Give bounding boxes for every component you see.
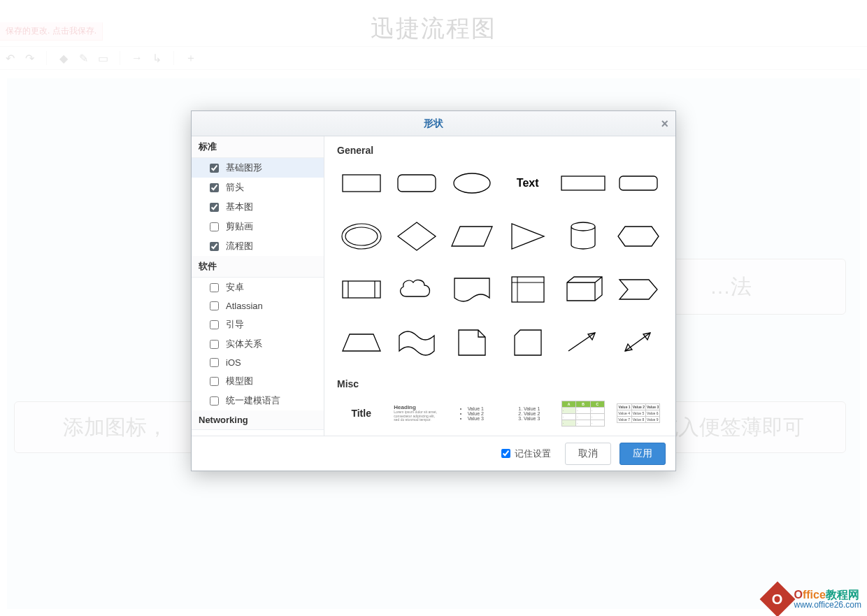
- category-checkbox[interactable]: [210, 396, 219, 406]
- remember-checkbox-input[interactable]: [501, 449, 510, 458]
- svg-marker-8: [452, 227, 492, 246]
- section-header: Networking: [192, 410, 324, 430]
- category-checkbox[interactable]: [210, 164, 219, 173]
- svg-point-2: [454, 173, 490, 193]
- shapes-dialog: 形状 × 标准基础图形箭头基本图剪贴画流程图软件安卓Atlassian引导实体关…: [191, 110, 676, 471]
- misc-bullet-list[interactable]: Value 1Value 2Value 3: [448, 396, 496, 430]
- shape-parallelogram[interactable]: [448, 216, 496, 257]
- shape-process[interactable]: [337, 269, 385, 310]
- close-icon[interactable]: ×: [661, 117, 668, 131]
- shape-tape[interactable]: [392, 322, 440, 363]
- category-label: 基本图: [226, 201, 253, 213]
- svg-rect-4: [619, 176, 657, 190]
- category-checkbox[interactable]: [210, 320, 219, 329]
- section-header: 软件: [192, 256, 324, 278]
- misc-table-plain[interactable]: Value 1Value 2Value 3Value 4Value 5Value…: [615, 396, 663, 430]
- shape-cylinder[interactable]: [559, 216, 607, 257]
- shape-document[interactable]: [448, 269, 496, 310]
- shape-card[interactable]: [503, 322, 552, 363]
- shape-double-ellipse[interactable]: [337, 216, 385, 257]
- cancel-button[interactable]: 取消: [565, 443, 611, 465]
- shapes-dialog-wrap: 形状 × 标准基础图形箭头基本图剪贴画流程图软件安卓Atlassian引导实体关…: [0, 0, 867, 616]
- category-item[interactable]: 剪贴画: [192, 217, 324, 236]
- svg-marker-9: [512, 224, 544, 249]
- category-item[interactable]: 实体关系: [192, 334, 324, 354]
- misc-shape-grid: Title Heading Lorem ipsum dolor sit amet…: [337, 396, 663, 430]
- category-item[interactable]: 统一建模语言: [192, 391, 324, 410]
- misc-numbered-list[interactable]: Value 1Value 2Value 3: [503, 396, 552, 430]
- site-watermark: O Office教程网 www.office26.com: [765, 587, 862, 612]
- category-sidebar[interactable]: 标准基础图形箭头基本图剪贴画流程图软件安卓Atlassian引导实体关系iOS模…: [192, 136, 324, 436]
- apply-button[interactable]: 应用: [619, 443, 666, 465]
- shape-rectangle[interactable]: [337, 163, 385, 203]
- general-shape-grid: Text: [337, 163, 663, 363]
- shape-internal-storage[interactable]: [503, 269, 552, 310]
- category-checkbox[interactable]: [210, 301, 219, 310]
- svg-line-19: [568, 333, 595, 351]
- shape-bidirectional-arrow[interactable]: [615, 322, 663, 363]
- misc-title-block[interactable]: Title: [337, 396, 385, 430]
- misc-table-green[interactable]: ABC·········: [559, 396, 607, 430]
- shape-rectangle-wide[interactable]: [559, 163, 607, 203]
- category-checkbox[interactable]: [210, 283, 219, 292]
- category-checkbox[interactable]: [210, 183, 219, 192]
- category-label: 基础图形: [226, 162, 262, 174]
- shape-text[interactable]: Text: [503, 163, 552, 203]
- svg-point-6: [345, 227, 378, 245]
- category-item[interactable]: 箭头: [192, 178, 324, 197]
- shape-hexagon[interactable]: [615, 216, 663, 257]
- category-item[interactable]: 流程图: [192, 236, 324, 256]
- category-label: 模型图: [226, 375, 253, 387]
- dialog-header: 形状 ×: [192, 111, 675, 136]
- svg-rect-3: [561, 176, 605, 190]
- shape-step[interactable]: [615, 269, 663, 310]
- shape-note[interactable]: [448, 322, 496, 363]
- watermark-logo-icon: O: [759, 582, 795, 616]
- shape-rounded-wide[interactable]: [615, 163, 663, 203]
- shape-rounded-rectangle[interactable]: [392, 163, 440, 203]
- svg-rect-14: [512, 277, 544, 302]
- category-checkbox[interactable]: [210, 222, 219, 231]
- shape-group-title: Misc: [337, 378, 663, 389]
- watermark-brand: Office教程网: [794, 589, 862, 601]
- category-label: 箭头: [226, 181, 244, 194]
- category-checkbox[interactable]: [210, 358, 219, 367]
- dialog-footer: 记住设置 取消 应用: [192, 436, 675, 471]
- shape-trapezoid[interactable]: [337, 322, 385, 363]
- svg-line-21: [625, 333, 650, 351]
- category-checkbox[interactable]: [210, 340, 219, 349]
- svg-rect-0: [343, 175, 380, 192]
- svg-marker-7: [398, 222, 436, 250]
- category-item[interactable]: 引导: [192, 315, 324, 334]
- dialog-title: 形状: [424, 117, 443, 130]
- category-checkbox[interactable]: [210, 377, 219, 386]
- category-label: 剪贴画: [226, 220, 253, 233]
- category-checkbox[interactable]: [210, 242, 219, 251]
- section-header: 标准: [192, 136, 324, 158]
- svg-marker-10: [618, 227, 659, 246]
- category-label: 流程图: [226, 240, 253, 252]
- shapes-preview-pane[interactable]: General Text: [324, 136, 675, 436]
- category-item[interactable]: 基础图形: [192, 158, 324, 178]
- svg-rect-1: [398, 175, 436, 192]
- shape-group-title: General: [337, 145, 663, 156]
- category-label: 统一建模语言: [226, 394, 280, 407]
- remember-settings-checkbox[interactable]: 记住设置: [501, 447, 551, 460]
- category-checkbox[interactable]: [210, 203, 219, 212]
- category-item[interactable]: 安卓: [192, 278, 324, 297]
- shape-cloud[interactable]: [392, 269, 440, 310]
- svg-marker-18: [343, 334, 380, 351]
- category-item[interactable]: 基本图: [192, 197, 324, 217]
- shape-arrow[interactable]: [559, 322, 607, 363]
- svg-marker-17: [619, 280, 657, 299]
- category-item[interactable]: 模型图: [192, 371, 324, 391]
- category-item[interactable]: Atlassian: [192, 297, 324, 315]
- shape-ellipse[interactable]: [448, 163, 496, 203]
- shape-triangle[interactable]: [503, 216, 552, 257]
- category-item[interactable]: iOS: [192, 354, 324, 371]
- shape-cube[interactable]: [559, 269, 607, 310]
- watermark-url: www.office26.com: [794, 601, 862, 610]
- shape-diamond[interactable]: [392, 216, 440, 257]
- category-label: 引导: [226, 318, 244, 331]
- misc-heading-block[interactable]: Heading Lorem ipsum dolor sit amet, cons…: [392, 396, 440, 430]
